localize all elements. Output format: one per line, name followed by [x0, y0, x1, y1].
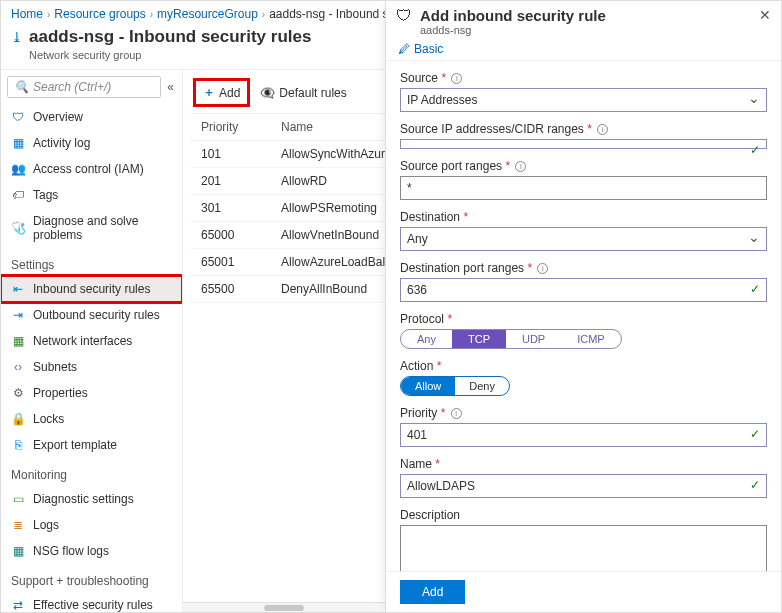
label-source: Source * i: [400, 71, 767, 85]
label-protocol: Protocol *: [400, 312, 767, 326]
info-icon[interactable]: i: [451, 73, 462, 84]
label-action: Action *: [400, 359, 767, 373]
protocol-option-udp[interactable]: UDP: [506, 330, 561, 348]
protocol-group: AnyTCPUDPICMP: [400, 329, 622, 349]
sidebar-item-access-control-iam-[interactable]: 👥Access control (IAM): [1, 156, 182, 182]
label-source-ip: Source IP addresses/CIDR ranges * i: [400, 122, 767, 136]
nav-label: Properties: [33, 386, 88, 400]
sidebar-item-properties[interactable]: ⚙Properties: [1, 380, 182, 406]
protocol-option-tcp[interactable]: TCP: [452, 330, 506, 348]
nav-label: Overview: [33, 110, 83, 124]
cell-priority: 301: [191, 195, 271, 222]
nav-label: Subnets: [33, 360, 77, 374]
label-destination: Destination *: [400, 210, 767, 224]
nav-label: Outbound security rules: [33, 308, 160, 322]
nav-icon: 👥: [11, 162, 25, 176]
cell-priority: 65001: [191, 249, 271, 276]
action-group: AllowDeny: [400, 376, 510, 396]
nav-icon: ‹›: [11, 360, 25, 374]
cell-priority: 201: [191, 168, 271, 195]
plus-icon: ＋: [203, 84, 215, 101]
nav-icon: 🩺: [11, 221, 25, 235]
nav-label: Inbound security rules: [33, 282, 150, 296]
add-button[interactable]: ＋ Add: [197, 82, 246, 103]
sidebar-item-overview[interactable]: 🛡Overview: [1, 104, 182, 130]
search-placeholder: Search (Ctrl+/): [33, 80, 111, 94]
source-ip-input[interactable]: [400, 139, 767, 149]
default-rules-label: Default rules: [279, 86, 346, 100]
section-support: Support + troubleshooting: [1, 564, 182, 592]
breadcrumb-home[interactable]: Home: [11, 7, 43, 21]
nav-icon: ⇥: [11, 308, 25, 322]
nav-label: Access control (IAM): [33, 162, 144, 176]
dest-port-input[interactable]: 636: [400, 278, 767, 302]
nav-icon: 🏷: [11, 188, 25, 202]
description-input[interactable]: [400, 525, 767, 571]
sidebar-item-diagnostic-settings[interactable]: ▭Diagnostic settings: [1, 486, 182, 512]
wand-icon: 🖉: [398, 42, 410, 56]
shield-icon: 🛡: [396, 7, 412, 25]
default-rules-icon: 👁‍🗨: [260, 86, 275, 100]
nav-label: NSG flow logs: [33, 544, 109, 558]
breadcrumb-my-rg[interactable]: myResourceGroup: [157, 7, 258, 21]
info-icon[interactable]: i: [451, 408, 462, 419]
nav-label: Network interfaces: [33, 334, 132, 348]
sidebar-collapse-icon[interactable]: «: [165, 80, 176, 94]
sidebar-item-tags[interactable]: 🏷Tags: [1, 182, 182, 208]
default-rules-button[interactable]: 👁‍🗨 Default rules: [260, 86, 346, 100]
panel-close-icon[interactable]: ✕: [759, 7, 771, 23]
nav-icon: ⎘: [11, 438, 25, 452]
nav-icon: ▭: [11, 492, 25, 506]
section-monitoring: Monitoring: [1, 458, 182, 486]
sidebar-item-logs[interactable]: ≣Logs: [1, 512, 182, 538]
nav-icon: ⚙: [11, 386, 25, 400]
sidebar-item-subnets[interactable]: ‹›Subnets: [1, 354, 182, 380]
nav-icon: ⇄: [11, 598, 25, 612]
sidebar: 🔍 Search (Ctrl+/) « 🛡Overview▦Activity l…: [1, 70, 183, 613]
nav-label: Activity log: [33, 136, 90, 150]
nav-label: Locks: [33, 412, 64, 426]
sidebar-item-effective-security-rules[interactable]: ⇄Effective security rules: [1, 592, 182, 613]
nav-label: Export template: [33, 438, 117, 452]
panel-add-button[interactable]: Add: [400, 580, 465, 604]
info-icon[interactable]: i: [597, 124, 608, 135]
nav-icon: ≣: [11, 518, 25, 532]
sidebar-item-activity-log[interactable]: ▦Activity log: [1, 130, 182, 156]
label-name: Name *: [400, 457, 767, 471]
sidebar-item-diagnose-and-solve-problems[interactable]: 🩺Diagnose and solve problems: [1, 208, 182, 248]
source-port-input[interactable]: *: [400, 176, 767, 200]
cell-priority: 101: [191, 141, 271, 168]
sidebar-item-export-template[interactable]: ⎘Export template: [1, 432, 182, 458]
cell-priority: 65500: [191, 276, 271, 303]
sidebar-item-inbound-security-rules[interactable]: ⇤Inbound security rules: [1, 276, 182, 302]
action-option-allow[interactable]: Allow: [401, 377, 455, 395]
add-rule-panel: 🛡 Add inbound security rule aadds-nsg ✕ …: [385, 1, 781, 612]
breadcrumb-rg[interactable]: Resource groups: [54, 7, 145, 21]
sidebar-item-nsg-flow-logs[interactable]: ▦NSG flow logs: [1, 538, 182, 564]
sidebar-item-outbound-security-rules[interactable]: ⇥Outbound security rules: [1, 302, 182, 328]
pin-icon[interactable]: ⤓: [11, 29, 23, 45]
protocol-option-icmp[interactable]: ICMP: [561, 330, 621, 348]
col-priority[interactable]: Priority: [191, 114, 271, 141]
source-select[interactable]: IP Addresses: [400, 88, 767, 112]
nav-label: Diagnose and solve problems: [33, 214, 172, 242]
search-input[interactable]: 🔍 Search (Ctrl+/): [7, 76, 161, 98]
info-icon[interactable]: i: [537, 263, 548, 274]
tab-basic[interactable]: 🖉 Basic: [398, 42, 443, 56]
priority-input[interactable]: 401: [400, 423, 767, 447]
label-description: Description: [400, 508, 767, 522]
action-option-deny[interactable]: Deny: [455, 377, 509, 395]
nav-label: Tags: [33, 188, 58, 202]
protocol-option-any[interactable]: Any: [401, 330, 452, 348]
label-priority: Priority * i: [400, 406, 767, 420]
name-input[interactable]: AllowLDAPS: [400, 474, 767, 498]
info-icon[interactable]: i: [515, 161, 526, 172]
sidebar-item-locks[interactable]: 🔒Locks: [1, 406, 182, 432]
sidebar-item-network-interfaces[interactable]: ▦Network interfaces: [1, 328, 182, 354]
horizontal-scrollbar[interactable]: [183, 602, 385, 612]
label-source-port: Source port ranges * i: [400, 159, 767, 173]
label-dest-port: Destination port ranges * i: [400, 261, 767, 275]
destination-select[interactable]: Any: [400, 227, 767, 251]
nav-icon: ▦: [11, 544, 25, 558]
cell-priority: 65000: [191, 222, 271, 249]
